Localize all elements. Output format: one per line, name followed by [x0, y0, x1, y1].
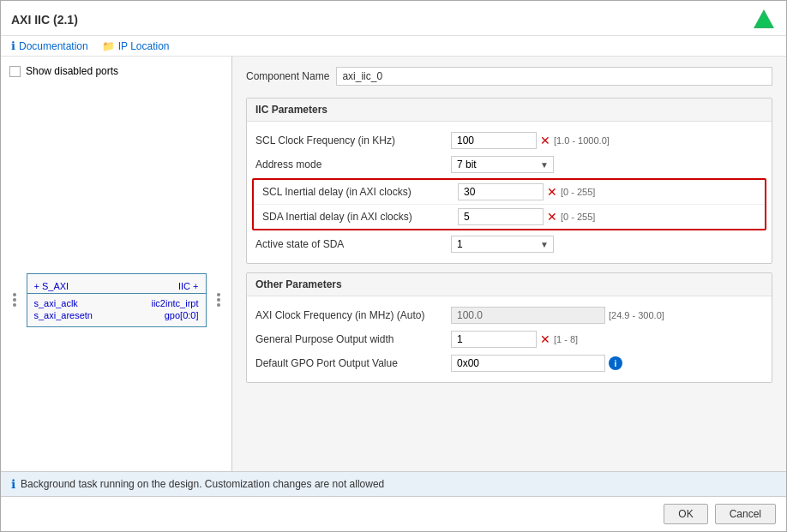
- diagram-box: + S_AXI IIC + s_axi_aclk iic2intc_irpt s…: [27, 273, 207, 327]
- iic-params-section: IIC Parameters SCL Clock Frequency (in K…: [246, 98, 772, 264]
- right-connector: [217, 293, 220, 307]
- gpo-width-input[interactable]: [451, 331, 537, 348]
- param-row-axi-clock: AXI Clock Frequency (in MHz) (Auto) [24.…: [247, 303, 772, 327]
- sda-delay-range: [0 - 255]: [561, 212, 595, 222]
- component-name-row: Component Name: [246, 67, 772, 86]
- active-sda-select-wrap: 1 0 ▼: [451, 236, 554, 253]
- scl-delay-input[interactable]: [458, 183, 544, 200]
- active-sda-select[interactable]: 1 0: [451, 236, 554, 253]
- right-panel: Component Name IIC Parameters SCL Clock …: [232, 57, 786, 471]
- param-row-gpo-width: General Purpose Output width ✕ [1 - 8]: [247, 327, 772, 351]
- param-row-scl-delay: SCL Inertial delay (in AXI clocks) ✕ [0 …: [254, 180, 765, 204]
- logo-icon: [752, 8, 776, 32]
- status-info-icon: ℹ: [11, 477, 15, 491]
- show-disabled-checkbox[interactable]: [9, 66, 21, 77]
- cancel-button[interactable]: Cancel: [715, 504, 776, 524]
- highlighted-group: SCL Inertial delay (in AXI clocks) ✕ [0 …: [252, 178, 766, 230]
- address-mode-input-wrap: 7 bit 10 bit ▼: [451, 156, 763, 173]
- active-sda-label: Active state of SDA: [255, 238, 444, 250]
- component-name-input[interactable]: [336, 67, 772, 86]
- sda-delay-clear-icon[interactable]: ✕: [547, 211, 557, 223]
- scl-delay-label: SCL Inertial delay (in AXI clocks): [262, 186, 451, 198]
- param-row-sda-delay: SDA Inertial delay (in AXI clocks) ✕ [0 …: [254, 204, 765, 229]
- title-bar: AXI IIC (2.1): [1, 1, 786, 36]
- left-connector: [13, 293, 16, 307]
- scl-clock-label: SCL Clock Frequency (in KHz): [255, 134, 444, 146]
- component-name-label: Component Name: [246, 70, 329, 82]
- address-mode-select[interactable]: 7 bit 10 bit: [451, 156, 554, 173]
- scl-clock-input[interactable]: [451, 132, 537, 149]
- svg-marker-1: [755, 13, 772, 27]
- documentation-button[interactable]: ℹ Documentation: [11, 39, 88, 52]
- port-s-axi-aclk: s_axi_aclk: [34, 298, 78, 308]
- param-row-scl-clock: SCL Clock Frequency (in KHz) ✕ [1.0 - 10…: [247, 129, 772, 152]
- window-title: AXI IIC (2.1): [11, 13, 78, 27]
- gpo-width-input-wrap: ✕ [1 - 8]: [451, 331, 763, 348]
- scl-delay-range: [0 - 255]: [561, 187, 595, 197]
- diagram-port-row-2: s_axi_aresetn gpo[0:0]: [27, 309, 206, 321]
- axi-clock-input: [451, 307, 605, 324]
- documentation-label: Documentation: [19, 40, 88, 52]
- port-iic2intc-irpt: iic2intc_irpt: [151, 298, 198, 308]
- axi-clock-range: [24.9 - 300.0]: [609, 310, 664, 320]
- info-icon: ℹ: [11, 39, 15, 52]
- param-row-address-mode: Address mode 7 bit 10 bit ▼: [247, 152, 772, 176]
- other-params-section: Other Parameters AXI Clock Frequency (in…: [246, 272, 772, 383]
- status-message: Background task running on the design. C…: [21, 478, 384, 490]
- axi-clock-input-wrap: [24.9 - 300.0]: [451, 307, 763, 324]
- toolbar: ℹ Documentation 📁 IP Location: [1, 36, 786, 57]
- sda-delay-label: SDA Inertial delay (in AXI clocks): [262, 211, 451, 223]
- default-gpo-input-wrap: i: [451, 355, 763, 372]
- bottom-buttons: OK Cancel: [1, 496, 786, 531]
- show-disabled-label: Show disabled ports: [26, 65, 118, 77]
- address-mode-select-wrap: 7 bit 10 bit ▼: [451, 156, 554, 173]
- status-bar: ℹ Background task running on the design.…: [1, 471, 786, 496]
- component-diagram: + S_AXI IIC + s_axi_aclk iic2intc_irpt s…: [9, 137, 223, 463]
- port-s-axi-aresetn: s_axi_aresetn: [34, 310, 93, 320]
- main-window: AXI IIC (2.1) ℹ Documentation 📁 IP Locat…: [0, 0, 787, 532]
- default-gpo-input[interactable]: [451, 355, 605, 372]
- sda-delay-input-wrap: ✕ [0 - 255]: [458, 208, 756, 225]
- scl-clock-input-wrap: ✕ [1.0 - 1000.0]: [451, 132, 763, 149]
- default-gpo-label: Default GPO Port Output Value: [255, 357, 444, 369]
- axi-clock-label: AXI Clock Frequency (in MHz) (Auto): [255, 309, 444, 321]
- scl-delay-input-wrap: ✕ [0 - 255]: [458, 183, 756, 200]
- diagram-left-header: + S_AXI: [34, 281, 69, 291]
- diagram-right-header: IIC +: [178, 281, 199, 291]
- diagram-header: + S_AXI IIC +: [27, 279, 206, 294]
- scl-clock-range: [1.0 - 1000.0]: [554, 135, 610, 146]
- ok-button[interactable]: OK: [664, 504, 707, 524]
- gpo-width-clear-icon[interactable]: ✕: [540, 333, 550, 345]
- ip-location-label: IP Location: [118, 40, 170, 52]
- scl-delay-clear-icon[interactable]: ✕: [547, 186, 557, 198]
- content-area: Show disabled ports + S_AXI IIC: [1, 57, 786, 471]
- gpo-width-label: General Purpose Output width: [255, 333, 444, 345]
- iic-params-body: SCL Clock Frequency (in KHz) ✕ [1.0 - 10…: [247, 122, 772, 263]
- other-params-body: AXI Clock Frequency (in MHz) (Auto) [24.…: [247, 296, 772, 382]
- gpo-width-range: [1 - 8]: [554, 334, 578, 344]
- active-sda-input-wrap: 1 0 ▼: [451, 236, 763, 253]
- default-gpo-info-icon[interactable]: i: [609, 356, 622, 370]
- scl-clock-clear-icon[interactable]: ✕: [540, 134, 550, 146]
- other-params-header: Other Parameters: [247, 273, 772, 296]
- iic-params-header: IIC Parameters: [247, 99, 772, 122]
- folder-icon: 📁: [102, 40, 115, 52]
- ip-location-button[interactable]: 📁 IP Location: [102, 40, 170, 52]
- left-panel: Show disabled ports + S_AXI IIC: [1, 57, 232, 471]
- diagram-port-row-1: s_axi_aclk iic2intc_irpt: [27, 297, 206, 309]
- address-mode-label: Address mode: [255, 158, 444, 170]
- show-disabled-row: Show disabled ports: [9, 65, 223, 77]
- sda-delay-input[interactable]: [458, 208, 544, 225]
- param-row-active-sda: Active state of SDA 1 0 ▼: [247, 232, 772, 256]
- param-row-default-gpo: Default GPO Port Output Value i: [247, 351, 772, 375]
- port-gpo: gpo[0:0]: [165, 310, 199, 320]
